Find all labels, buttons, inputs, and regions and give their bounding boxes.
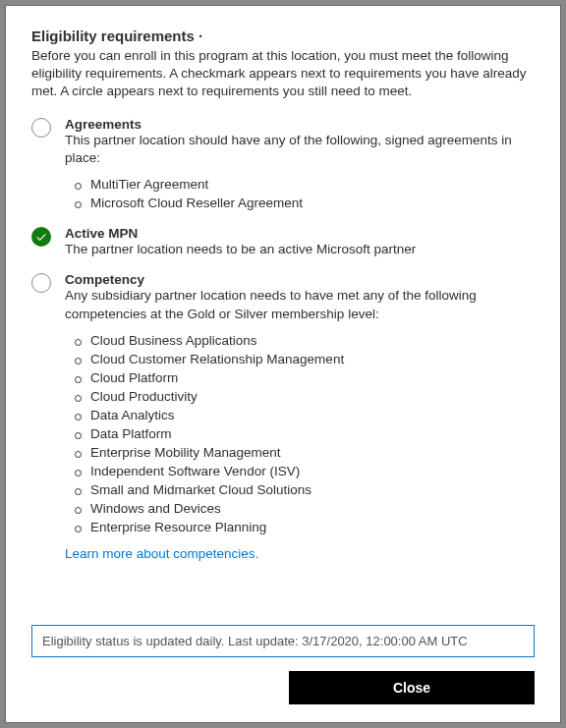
list-item: Cloud Customer Relationship Management [90,350,535,368]
modal-title: Eligibility requirements · [31,28,535,44]
list-item: Cloud Business Applications [90,331,535,350]
requirement-body: Active MPN The partner location needs to… [65,226,535,258]
unmet-icon [31,273,51,293]
requirement-title: Active MPN [65,226,535,241]
modal-footer: Close [31,671,535,704]
list-item: Cloud Platform [90,368,535,387]
competency-list: Cloud Business Applications Cloud Custom… [65,331,535,536]
intro-text: Before you can enroll in this program at… [31,47,535,101]
list-item: Windows and Devices [90,499,535,518]
list-item: Small and Midmarket Cloud Solutions [90,480,535,499]
eligibility-modal: Eligibility requirements · Before you ca… [5,5,561,723]
list-item: Enterprise Mobility Management [90,443,535,462]
agreements-list: MultiTier Agreement Microsoft Cloud Rese… [65,175,535,212]
learn-more-link[interactable]: Learn more about competencies. [65,546,258,561]
requirement-title: Competency [65,272,535,287]
requirement-desc: The partner location needs to be an acti… [65,241,535,258]
list-item: MultiTier Agreement [90,175,535,194]
list-item: Cloud Productivity [90,387,535,406]
modal-content: Eligibility requirements · Before you ca… [31,28,535,617]
list-item: Microsoft Cloud Reseller Agreement [90,194,535,212]
list-item: Independent Software Vendor (ISV) [90,462,535,480]
list-item: Data Platform [90,424,535,443]
requirement-body: Agreements This partner location should … [65,117,535,212]
requirement-agreements: Agreements This partner location should … [31,117,535,212]
unmet-icon [31,118,51,138]
list-item: Enterprise Resource Planning [90,518,535,536]
close-button[interactable]: Close [289,671,535,704]
list-item: Data Analytics [90,406,535,424]
requirement-title: Agreements [65,117,535,132]
requirement-active-mpn: Active MPN The partner location needs to… [31,226,535,258]
checkmark-icon [31,227,51,247]
requirement-desc: This partner location should have any of… [65,132,535,167]
status-bar: Eligibility status is updated daily. Las… [31,625,535,657]
requirement-desc: Any subsidiary partner location needs to… [65,287,535,322]
requirement-body: Competency Any subsidiary partner locati… [65,272,535,560]
requirement-competency: Competency Any subsidiary partner locati… [31,272,535,560]
